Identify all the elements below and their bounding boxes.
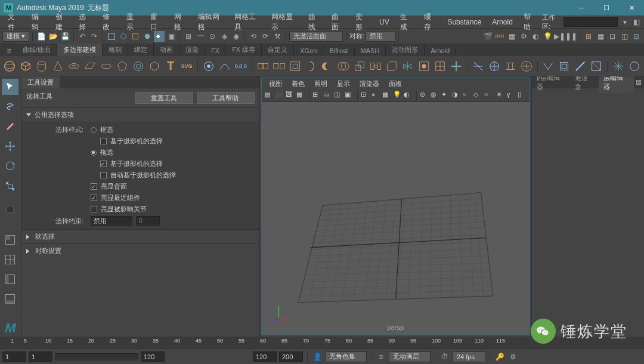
menu-substance[interactable]: Substance xyxy=(442,16,487,28)
camera-based-check-2[interactable] xyxy=(100,161,107,167)
vp-xray-joints-icon[interactable]: ✦ xyxy=(441,91,451,100)
select-comp-mask-icon[interactable] xyxy=(154,31,165,42)
poly-platonic-icon[interactable] xyxy=(115,58,129,75)
menu-file[interactable]: 文件 xyxy=(2,10,26,34)
menu-uv[interactable]: UV xyxy=(374,16,395,28)
crease-icon[interactable] xyxy=(573,58,587,75)
menu-select[interactable]: 选择 xyxy=(73,10,97,34)
vp-image-plane-icon[interactable]: 🖼 xyxy=(286,91,295,100)
hypershade-icon[interactable]: ◐ xyxy=(530,31,541,42)
persp-outliner-icon[interactable] xyxy=(2,291,18,307)
shelf-tab-arnold[interactable]: Arnold xyxy=(425,45,456,56)
vp-xray-icon[interactable]: ◍ xyxy=(431,91,440,100)
history-icon[interactable]: ⟲ xyxy=(248,31,259,42)
poly-disc-icon[interactable] xyxy=(99,58,113,75)
vp-grid-icon[interactable]: ⊞ xyxy=(312,91,322,100)
shelf-tab-fx[interactable]: FX xyxy=(205,45,226,56)
select-tool[interactable] xyxy=(2,79,18,95)
last-tool[interactable] xyxy=(2,201,18,217)
vp-gate-mask-icon[interactable]: ▣ xyxy=(345,91,354,100)
light-editor-icon[interactable]: 💡 xyxy=(542,31,553,42)
range-slider[interactable] xyxy=(55,353,138,360)
vp-aa-icon[interactable]: ◇ xyxy=(473,91,483,100)
vp-select-cam-icon[interactable]: ▤ xyxy=(264,91,274,100)
history2-icon[interactable]: ⟳ xyxy=(260,31,271,42)
vp-2d-pan-icon[interactable]: ▦ xyxy=(296,91,306,100)
shelf-tab-poly[interactable]: 多边形建模 xyxy=(57,44,103,56)
separate-icon[interactable] xyxy=(272,58,286,75)
right-panel-close-icon[interactable]: ⊠ xyxy=(634,77,644,88)
menu-mesh[interactable]: 网格 xyxy=(169,10,193,34)
poly-pipe-icon[interactable] xyxy=(147,58,162,75)
panel-layout5-icon[interactable]: ⊟ xyxy=(631,31,642,42)
vp-film-gate-icon[interactable]: ▭ xyxy=(323,91,333,100)
timeline[interactable]: 1 5 10 15 20 25 30 35 40 45 50 55 60 65 … xyxy=(0,337,644,348)
workspace-menu-icon[interactable]: ▾ xyxy=(620,17,630,27)
save-scene-icon[interactable]: 💾 xyxy=(60,31,70,42)
select-hier-icon[interactable] xyxy=(130,31,141,42)
collapse-icon[interactable] xyxy=(449,58,463,75)
snap-grid-icon[interactable]: ⊞ xyxy=(183,31,194,42)
panel-layout3-icon[interactable]: ⊡ xyxy=(607,31,618,42)
select-mask-icon[interactable] xyxy=(142,31,153,42)
viewport-canvas[interactable]: persp xyxy=(262,102,530,335)
symmetry-settings-header[interactable]: 对称设置 xyxy=(21,244,259,258)
camera-based-check-1[interactable] xyxy=(100,138,107,144)
menu-help[interactable]: 帮助 xyxy=(518,10,542,34)
bridge-icon[interactable] xyxy=(369,58,383,75)
soft-select-icon[interactable] xyxy=(202,58,216,75)
shelf-tab-sculpt[interactable]: 雕刻 xyxy=(103,44,128,56)
anim-layer-icon[interactable]: ≡ xyxy=(376,351,386,362)
scale-tool[interactable] xyxy=(2,178,18,194)
vp-menu-shading[interactable]: 着色 xyxy=(287,78,309,90)
poly-type-icon[interactable]: T xyxy=(163,58,178,75)
quad-draw-icon[interactable] xyxy=(519,58,534,75)
extrude-icon[interactable] xyxy=(352,58,367,75)
menu-mesh-display[interactable]: 网格显示 xyxy=(266,10,303,34)
menu-display[interactable]: 显示 xyxy=(121,10,145,34)
select-obj-icon[interactable] xyxy=(106,31,117,42)
vp-motion-blur-icon[interactable]: ≈ xyxy=(463,91,472,100)
lasso-tool[interactable] xyxy=(2,98,18,115)
menu-create[interactable]: 创建 xyxy=(50,10,74,34)
anim-end-field[interactable]: 120 xyxy=(253,351,277,362)
open-scene-icon[interactable]: 📂 xyxy=(48,31,58,42)
shelf-tab-curves[interactable]: 曲线/曲面 xyxy=(17,44,57,56)
vp-gamma-icon[interactable]: γ xyxy=(507,91,516,100)
circularize-icon[interactable] xyxy=(611,58,626,75)
vp-shadows-icon[interactable]: ◐ xyxy=(404,91,413,100)
mirror-icon[interactable] xyxy=(401,58,415,75)
highlight-back-check[interactable] xyxy=(91,183,97,190)
soft-select-header[interactable]: 软选择 xyxy=(21,230,259,243)
spin-edge-icon[interactable] xyxy=(627,58,642,75)
vp-wireframe-icon[interactable]: ⊡ xyxy=(361,91,370,100)
render-view-icon[interactable]: ▦ xyxy=(506,31,517,42)
snap-live-icon[interactable]: ◉ xyxy=(231,31,242,42)
shelf-tab-rigging[interactable]: 绑定 xyxy=(128,44,154,56)
render-settings-icon[interactable]: ⚙ xyxy=(518,31,529,42)
tool-settings-tab[interactable]: 工具设置 xyxy=(21,76,60,89)
range-start-field[interactable]: 1 xyxy=(29,351,52,362)
menu-deform[interactable]: 变形 xyxy=(350,10,374,34)
menu-modify[interactable]: 修改 xyxy=(97,10,121,34)
smooth-icon[interactable] xyxy=(288,58,302,75)
playback-end-field[interactable]: 200 xyxy=(279,351,303,362)
shelf-menu-icon[interactable]: ≡ xyxy=(4,45,14,56)
construction-icon[interactable]: ⚒ xyxy=(272,31,283,42)
character-set-dropdown[interactable]: 无角色集 xyxy=(325,351,367,362)
anim-start-field[interactable]: 1 xyxy=(2,351,26,362)
character-set-icon[interactable]: 👤 xyxy=(312,351,323,362)
anim-layer-dropdown[interactable]: 无动画层 xyxy=(389,351,431,362)
autokey-icon[interactable]: 🔑 xyxy=(494,351,505,362)
render-icon[interactable]: 🎬 xyxy=(482,31,493,42)
playback-speed-icon[interactable]: ⏱ xyxy=(439,351,450,362)
connect-icon[interactable] xyxy=(503,58,518,75)
poly-cube-icon[interactable] xyxy=(18,58,33,75)
snap-curve-icon[interactable]: 〰 xyxy=(195,31,206,42)
offset-loop-icon[interactable] xyxy=(557,58,571,75)
shelf-tab-xgen[interactable]: XGen xyxy=(294,45,323,56)
vp-menu-renderer[interactable]: 渲染器 xyxy=(355,78,384,90)
highlight-nearest-check[interactable] xyxy=(91,195,97,201)
paint-select-tool[interactable] xyxy=(2,118,18,134)
combine-icon[interactable] xyxy=(256,58,270,75)
